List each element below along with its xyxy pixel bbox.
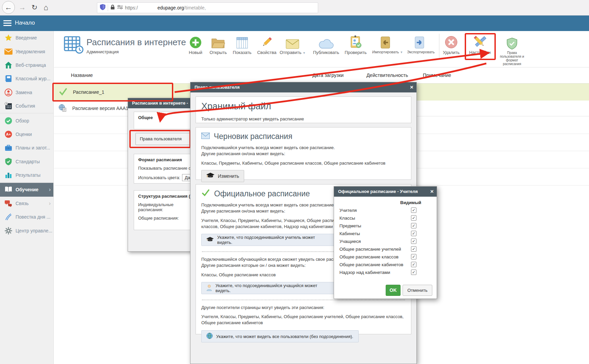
column-header-upload-date[interactable]: Дата загрузки <box>312 73 343 78</box>
checkbox-classrooms-summary[interactable]: ✓ <box>411 262 416 267</box>
url-bar[interactable]: https:/ edupage.org /timetable, <box>97 2 318 13</box>
url-path: /timetable, <box>184 5 206 10</box>
home-button[interactable]: ⌂ <box>40 1 52 13</box>
svg-text:A+: A+ <box>6 132 11 136</box>
toolbar-settings-button[interactable]: Настройки <box>467 34 493 55</box>
url-protocol: https:/ <box>125 5 138 10</box>
menu-icon[interactable] <box>3 20 11 26</box>
toolbar-publish-button[interactable]: Публиковать <box>313 34 339 55</box>
reload-button[interactable]: ↻ <box>28 1 41 13</box>
sidebar-item-plans[interactable]: Планы и загот... <box>0 141 53 155</box>
page-title: Расписания в интернете <box>86 37 186 48</box>
sidebar-divider <box>0 113 53 113</box>
sidebar-item-communication[interactable]: Связь› <box>0 197 53 210</box>
sidebar-item-standards[interactable]: Стандарты <box>0 155 53 168</box>
checkbox-classrooms[interactable]: ✓ <box>411 231 416 236</box>
checkbox-teachers-summary[interactable]: ✓ <box>411 246 416 252</box>
change-button[interactable]: Изменить <box>201 170 244 182</box>
toolbar-send-button[interactable]: Отправить ▼ <box>280 34 305 55</box>
bar-chart-icon <box>4 171 13 179</box>
open-book-icon <box>4 185 13 194</box>
toolbar-user-rights-button[interactable]: Права пользователя и формат расписания <box>499 35 525 66</box>
graduation-cap-icon <box>206 173 214 179</box>
teacher-visibility-button[interactable]: Укажите, что подсоединившийся учитель мо… <box>201 234 334 246</box>
globe-icon <box>206 333 213 340</box>
sidebar-item-webpage[interactable]: Веб-страница <box>0 58 53 72</box>
delete-x-icon <box>438 34 464 49</box>
app-header: Начало <box>0 16 589 31</box>
sidebar-item-control-center[interactable]: Центр управле... <box>0 224 53 237</box>
toolbar-new-button[interactable]: Новый <box>183 34 208 55</box>
checkbox-students[interactable]: ✓ <box>411 239 416 244</box>
sidebar-item-education[interactable]: Обучение› <box>0 183 53 196</box>
plus-circle-icon <box>183 34 208 49</box>
chevron-right-icon: › <box>49 200 51 206</box>
official-dialog-titlebar[interactable]: Официальное расписание - Учителя× <box>334 187 437 197</box>
envelope-icon <box>201 132 210 141</box>
url-divider <box>108 4 108 11</box>
column-header-validity[interactable]: Действительность <box>366 73 408 78</box>
folder-icon <box>205 34 231 49</box>
column-header-note[interactable]: Примечание <box>423 73 451 78</box>
sidebar-item-substitution[interactable]: Замена <box>0 86 53 99</box>
ok-button[interactable]: OK <box>386 285 401 296</box>
import-icon <box>372 34 398 49</box>
user-rights-dialog-titlebar[interactable]: Права пользователя× <box>190 82 416 92</box>
sidebar-item-grades[interactable]: A+Оценки <box>0 128 53 141</box>
column-header-name[interactable]: Название <box>71 73 93 78</box>
checkbox-subjects[interactable]: ✓ <box>411 223 416 228</box>
official-teachers-dialog: Официальное расписание - Учителя× Видимы… <box>334 186 437 299</box>
visible-column-header: Видимый <box>400 200 421 205</box>
chevron-right-icon: › <box>49 187 51 193</box>
visibility-row-classrooms: Кабинеты <box>339 230 360 237</box>
sidebar-item-introduction[interactable]: Введение <box>0 31 53 45</box>
back-button[interactable]: ← <box>2 1 15 14</box>
sidebar-item-notifications[interactable]: Уведомления <box>0 45 53 58</box>
draft-title-row: Черновик расписания <box>201 132 406 141</box>
toolbar-open-button[interactable]: Открыть <box>205 34 231 55</box>
chat-icon <box>4 199 13 208</box>
toolbar-import-button[interactable]: Импортировать ▼ <box>372 34 398 54</box>
close-icon[interactable]: × <box>410 82 413 92</box>
green-check-icon <box>201 189 210 198</box>
dropdown-caret-icon: ▼ <box>303 51 306 55</box>
envelope-icon <box>280 34 305 49</box>
home-icon <box>4 61 13 69</box>
checkbox-classes[interactable]: ✓ <box>411 215 416 221</box>
sidebar-item-classbook[interactable]: Классный жур... <box>0 72 53 85</box>
visibility-row-subjects: Предметы <box>339 222 361 230</box>
pencil-icon <box>254 34 280 49</box>
toolbar-delete-button[interactable]: Удалить <box>438 34 464 55</box>
cancel-button[interactable]: Отменить <box>403 285 432 296</box>
envelope-icon <box>4 47 13 56</box>
checkbox-teachers[interactable]: ✓ <box>411 207 416 213</box>
toolbar-properties-button[interactable]: Свойства <box>254 34 280 55</box>
graduation-cap-icon <box>206 237 214 243</box>
toolbar-show-button[interactable]: Показать <box>229 34 255 55</box>
sidebar-item-events[interactable]: События <box>0 99 53 113</box>
toolbar-export-button[interactable]: Экспортировать <box>407 34 433 54</box>
stored-file-title: Хранимый файл <box>201 101 406 112</box>
export-icon <box>407 34 433 49</box>
sidebar-item-results[interactable]: Результаты <box>0 168 53 182</box>
toolbar-verify-button[interactable]: Проверить <box>343 34 368 55</box>
badge-check-icon <box>343 34 368 49</box>
visibility-row-teachers: Учителя <box>339 206 357 214</box>
sidebar: Введение Уведомления Веб-страница Классн… <box>0 31 54 364</box>
shield-check-icon <box>499 35 525 50</box>
forward-button[interactable]: → <box>16 1 28 13</box>
stored-file-section: Хранимый файл Только администратор может… <box>196 96 411 123</box>
shield-icon <box>100 4 105 11</box>
checkbox-supervision[interactable]: ✓ <box>411 270 416 275</box>
public-visibility-button[interactable]: Укажите, что может видеть все пользовате… <box>201 330 359 342</box>
url-domain: edupage.org <box>157 5 184 10</box>
sidebar-item-agenda[interactable]: Повестка дня ... <box>0 210 53 224</box>
student-visibility-button[interactable]: Укажите, что подсоединившийся учащийся м… <box>201 282 334 294</box>
close-icon[interactable]: × <box>430 187 434 197</box>
sidebar-item-overview[interactable]: Обзор <box>0 114 53 127</box>
visibility-row-supervision: Надзор над кабинетами <box>339 269 390 276</box>
visibility-row-teachers-summary: Общее расписание учителей <box>339 245 401 253</box>
dropdown-caret-icon: ▼ <box>400 51 403 54</box>
screen: ← → ↻ ⌂ https:/ edupage.org /timetable, … <box>0 0 589 364</box>
checkbox-classes-summary[interactable]: ✓ <box>411 254 416 259</box>
